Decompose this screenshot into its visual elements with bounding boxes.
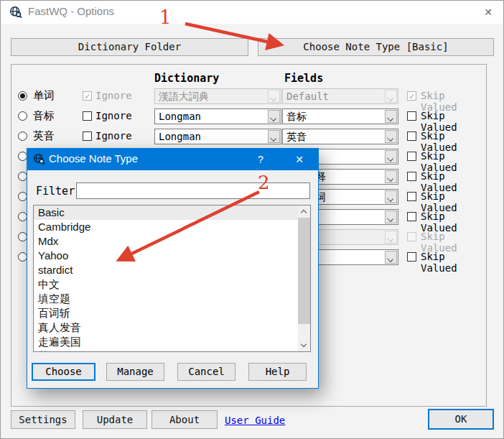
note-type-item[interactable]: 填空题 [34,292,310,306]
row-label: 音标 [33,109,55,123]
chevron-down-icon [385,190,397,203]
row-label: 单词 [33,89,55,103]
note-type-item[interactable]: Basic [34,205,310,220]
skip-valued-label: Skip Valued [421,251,486,274]
ignore-checkbox[interactable]: ✓ [83,91,92,101]
dialog-title: Choose Note Type [49,152,138,165]
skip-valued-checkbox[interactable] [407,232,416,241]
chevron-down-icon [268,110,280,123]
scrollbar-thumb[interactable] [298,218,310,324]
chevron-down-icon [385,130,397,143]
note-type-item[interactable]: Yahoo [34,249,310,263]
filter-input[interactable] [76,182,310,199]
help-button[interactable]: Help [248,363,307,381]
dictionary-select[interactable]: 漢語大詞典 [154,88,281,104]
choose-note-type-dialog: Choose Note Type ? ✕ Filter: BasicCambri… [27,148,319,389]
chevron-down-icon [385,211,397,223]
table-row: 英音IgnoreLongman英音Skip Valued [11,126,486,147]
scroll-down-icon[interactable] [298,339,310,351]
choose-button[interactable]: Choose [32,363,95,381]
fastwq-globe-icon [9,6,22,22]
chevron-down-icon [268,90,280,103]
chevron-down-icon [268,130,280,143]
title-bar: FastWQ - Options ✕ [1,1,503,24]
column-header-dictionary: Dictionary [154,72,219,85]
chevron-glyph [387,236,393,242]
note-type-item[interactable]: stardict [34,263,310,277]
chevron-down-icon [385,231,397,244]
chevron-glyph [387,195,393,202]
chevron-glyph [387,115,393,121]
user-guide-link[interactable]: User Guide [225,415,285,426]
cancel-button[interactable]: Cancel [177,363,235,381]
note-type-item[interactable]: 百词斩 [34,306,310,320]
skip-valued-checkbox[interactable] [407,172,416,181]
chevron-glyph [270,115,276,121]
ignore-label: Ignore [95,90,132,101]
update-button[interactable]: Update [83,410,147,429]
annotation-number-2: 2 [258,172,270,193]
dialog-help-icon[interactable]: ? [252,152,269,167]
skip-valued-checkbox[interactable]: ✓ [407,91,416,101]
skip-valued-checkbox[interactable] [407,212,416,221]
note-type-item[interactable]: Mdx [34,234,310,249]
note-type-item[interactable]: 英语 [34,349,310,352]
ignore-checkbox[interactable] [83,111,92,121]
manage-button[interactable]: Manage [106,363,164,381]
note-type-item[interactable]: 走遍美国 [34,335,310,349]
fields-select[interactable]: Default [282,88,398,104]
chevron-glyph [387,175,393,182]
chevron-glyph [387,256,393,262]
chevron-glyph [387,155,393,162]
chevron-down-icon [385,110,397,123]
chevron-down-icon [385,150,397,163]
about-button[interactable]: About [151,410,218,429]
skip-valued-checkbox[interactable] [407,252,416,262]
note-type-item[interactable]: 真人发音 [34,320,310,335]
chevron-glyph [387,95,393,101]
row-radio[interactable] [18,91,27,101]
dictionary-select[interactable]: Longman [154,129,281,144]
row-radio[interactable] [18,111,27,121]
table-row: 音标IgnoreLongman音标Skip Valued [11,106,486,126]
table-row: 单词✓Ignore漢語大詞典Default✓Skip Valued [11,86,486,106]
note-type-list: BasicCambridgeMdxYahoostardict中文填空题百词斩真人… [33,205,311,352]
window-title: FastWQ - Options [28,5,114,17]
scroll-up-icon[interactable] [298,205,310,218]
list-scrollbar[interactable] [298,205,310,351]
row-label: 英音 [33,129,55,143]
ignore-label: Ignore [95,110,132,121]
skip-valued-checkbox[interactable] [407,131,416,141]
column-header-fields: Fields [284,72,323,85]
options-window: FastWQ - Options ✕ Dictionary Folder Cho… [0,0,504,439]
chevron-down-icon [385,170,397,183]
dictionary-folder-button[interactable]: Dictionary Folder [11,38,248,56]
choose-note-type-button[interactable]: Choose Note Type [Basic] [258,38,494,56]
dialog-title-bar: Choose Note Type ? ✕ [27,149,318,170]
annotation-number-1: 1 [159,6,172,28]
settings-button[interactable]: Settings [11,410,75,429]
fields-select[interactable]: 音标 [282,108,398,124]
chevron-glyph [387,216,393,222]
ignore-checkbox[interactable] [83,131,92,141]
ok-button[interactable]: OK [428,409,494,430]
chevron-glyph [270,95,276,101]
fields-select[interactable]: 英音 [282,129,398,144]
skip-valued-checkbox[interactable] [407,192,416,201]
skip-valued-checkbox[interactable] [407,152,416,161]
filter-label: Filter: [36,185,81,198]
ignore-label: Ignore [95,130,132,142]
dialog-close-icon[interactable]: ✕ [291,152,308,167]
chevron-down-icon [385,251,397,264]
skip-valued-checkbox[interactable] [407,111,416,121]
chevron-down-icon [385,90,397,103]
close-icon[interactable]: ✕ [479,4,498,21]
chevron-glyph [270,135,276,142]
note-type-item[interactable]: 中文 [34,277,310,292]
dictionary-select[interactable]: Longman [154,108,281,124]
chevron-glyph [387,135,393,142]
note-type-item[interactable]: Cambridge [34,220,310,234]
fastwq-globe-icon [33,153,45,168]
row-radio[interactable] [18,131,27,141]
